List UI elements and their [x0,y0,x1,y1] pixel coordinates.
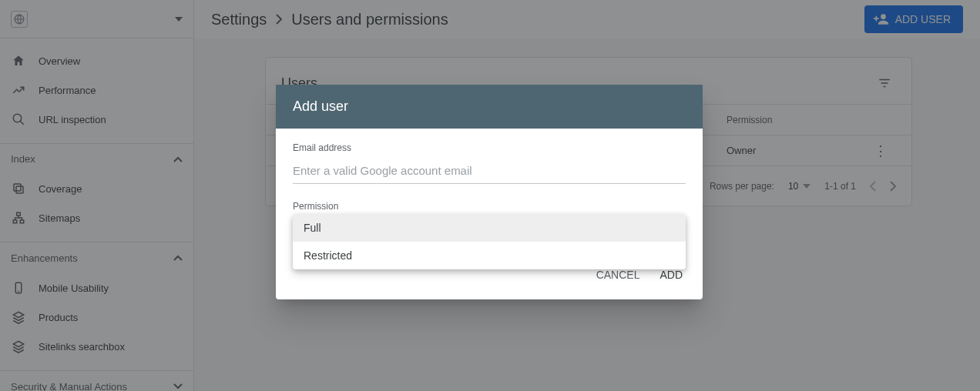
permission-option-full[interactable]: Full [293,214,686,242]
dialog-title: Add user [276,85,703,129]
permission-dropdown: Full Restricted [293,214,686,269]
add-user-dialog: Add user Email address Permission Full R… [276,85,703,299]
email-input[interactable] [293,159,686,184]
permission-label: Permission [293,201,686,212]
email-label: Email address [293,142,686,153]
permission-option-restricted[interactable]: Restricted [293,242,686,269]
